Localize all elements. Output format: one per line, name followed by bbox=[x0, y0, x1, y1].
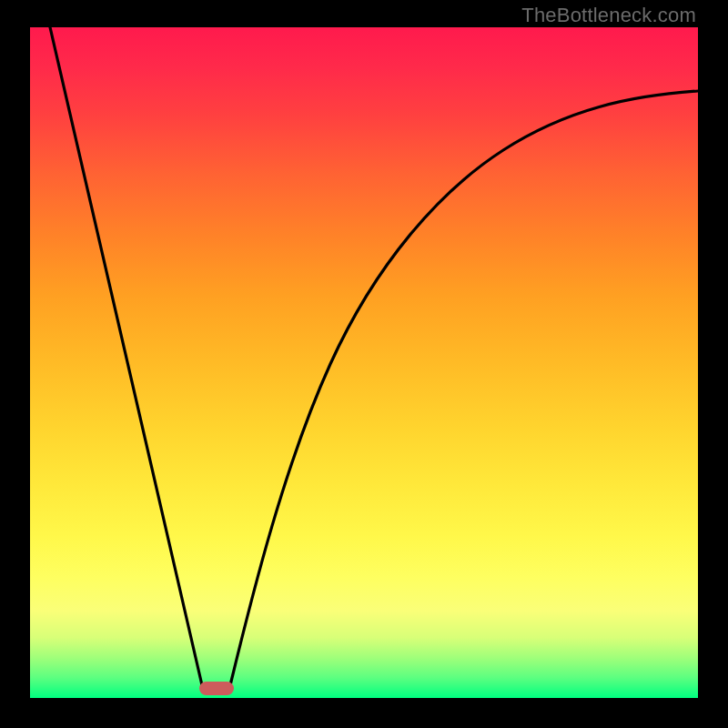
curve-left-branch bbox=[50, 27, 202, 685]
chart-curve bbox=[30, 27, 698, 698]
curve-right-branch bbox=[230, 91, 698, 685]
watermark-text: TheBottleneck.com bbox=[521, 4, 696, 27]
chart-frame bbox=[30, 27, 698, 698]
min-marker bbox=[199, 682, 234, 695]
